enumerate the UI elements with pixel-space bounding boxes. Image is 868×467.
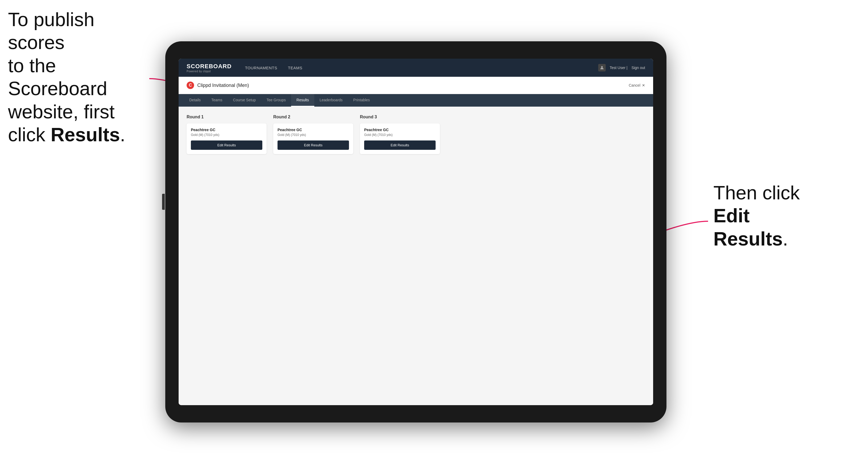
round-2-card: Peachtree GC Gold (M) (7010 yds) Edit Re…	[273, 123, 353, 154]
instruction-left-post: .	[120, 124, 125, 145]
nav-user: Test User | Sign out	[598, 64, 645, 71]
tab-printables[interactable]: Printables	[348, 94, 375, 106]
tournament-icon: C	[187, 82, 194, 89]
round-3-column: Round 3 Peachtree GC Gold (M) (7010 yds)…	[360, 115, 440, 154]
tab-course-setup[interactable]: Course Setup	[228, 94, 261, 106]
instruction-left-bold: Results	[51, 124, 120, 145]
top-nav: SCOREBOARD Powered by clippd TOURNAMENTS…	[179, 59, 653, 77]
logo-sub-text: Powered by clippd	[187, 70, 232, 73]
tab-leaderboards[interactable]: Leaderboards	[314, 94, 348, 106]
round-2-title: Round 2	[273, 115, 353, 119]
round-2-column: Round 2 Peachtree GC Gold (M) (7010 yds)…	[273, 115, 353, 154]
tournament-header: C Clippd Invitational (Men) Cancel ✕	[179, 77, 653, 94]
instruction-right: Then click Edit Results.	[713, 181, 825, 250]
tab-nav: Details Teams Course Setup Tee Groups Re…	[179, 94, 653, 106]
nav-links: TOURNAMENTS TEAMS	[245, 66, 598, 70]
round-2-course-details: Gold (M) (7010 yds)	[278, 133, 349, 137]
round-1-course-name: Peachtree GC	[191, 128, 262, 132]
round-1-column: Round 1 Peachtree GC Gold (M) (7010 yds)…	[187, 115, 267, 154]
tab-teams[interactable]: Teams	[206, 94, 228, 106]
instruction-left: To publish scores to the Scoreboard webs…	[8, 8, 141, 146]
user-name: Test User |	[610, 66, 627, 70]
round-3-course-name: Peachtree GC	[364, 128, 436, 132]
round-1-title: Round 1	[187, 115, 267, 119]
round-3-card: Peachtree GC Gold (M) (7010 yds) Edit Re…	[360, 123, 440, 154]
round-2-course-name: Peachtree GC	[278, 128, 349, 132]
round-2-edit-results-button[interactable]: Edit Results	[278, 141, 349, 150]
tablet-frame: SCOREBOARD Powered by clippd TOURNAMENTS…	[165, 41, 666, 423]
user-avatar	[598, 64, 606, 71]
rounds-grid: Round 1 Peachtree GC Gold (M) (7010 yds)…	[187, 115, 645, 154]
cancel-button[interactable]: Cancel ✕	[629, 83, 645, 87]
round-1-course-details: Gold (M) (7010 yds)	[191, 133, 262, 137]
tournament-name: Clippd Invitational (Men)	[197, 83, 249, 88]
round-3-title: Round 3	[360, 115, 440, 119]
cancel-x-icon: ✕	[642, 83, 645, 87]
instruction-right-post: .	[783, 228, 788, 249]
cancel-label: Cancel	[629, 83, 640, 87]
svg-point-2	[601, 66, 603, 68]
tab-details[interactable]: Details	[184, 94, 206, 106]
tab-tee-groups[interactable]: Tee Groups	[261, 94, 291, 106]
tablet-side-button	[162, 194, 165, 210]
nav-link-tournaments[interactable]: TOURNAMENTS	[245, 66, 277, 70]
instruction-right-bold: Edit Results	[713, 205, 783, 249]
scoreboard-logo: SCOREBOARD Powered by clippd	[187, 63, 232, 73]
round-3-edit-results-button[interactable]: Edit Results	[364, 141, 436, 150]
tournament-title: C Clippd Invitational (Men)	[187, 82, 249, 89]
round-3-course-details: Gold (M) (7010 yds)	[364, 133, 436, 137]
tablet-screen: SCOREBOARD Powered by clippd TOURNAMENTS…	[179, 59, 653, 405]
nav-link-teams[interactable]: TEAMS	[288, 66, 302, 70]
round-1-edit-results-button[interactable]: Edit Results	[191, 141, 262, 150]
tab-results[interactable]: Results	[291, 94, 314, 106]
sign-out-link[interactable]: Sign out	[631, 66, 645, 70]
round-1-card: Peachtree GC Gold (M) (7010 yds) Edit Re…	[187, 123, 267, 154]
instruction-left-pre: click	[8, 124, 51, 145]
main-content: Round 1 Peachtree GC Gold (M) (7010 yds)…	[179, 106, 653, 405]
logo-main-text: SCOREBOARD	[187, 63, 232, 70]
